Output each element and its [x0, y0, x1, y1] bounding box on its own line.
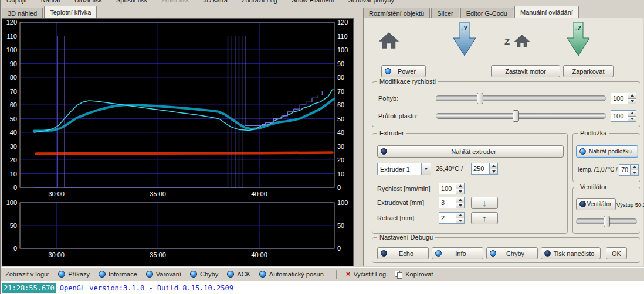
right-tab-bar: Rozmístění objektů Slicer Editor G-Codu …: [363, 6, 580, 18]
slider-track[interactable]: [436, 95, 606, 101]
svg-text:100: 100: [6, 199, 17, 206]
retract-length-value[interactable]: 2: [439, 213, 456, 223]
bed-target-value[interactable]: 70: [619, 165, 630, 175]
menu-item-toggle-log[interactable]: Zobrazit Log: [242, 0, 277, 5]
tab-object-placement[interactable]: Rozmístění objektů: [363, 8, 430, 18]
fan-button[interactable]: Ventilátor: [576, 198, 616, 210]
park-button[interactable]: Zaparkovat: [563, 65, 614, 77]
svg-text:0: 0: [337, 184, 341, 191]
power-led-icon: [385, 68, 391, 74]
toggle-ack[interactable]: ACK: [227, 271, 250, 278]
menu-item-3d-card[interactable]: 3D karta: [203, 0, 228, 5]
bed-target-spinner[interactable]: 70: [619, 164, 639, 176]
heat-bed-button[interactable]: Nahřát podložku: [576, 145, 638, 158]
move-speed-value[interactable]: 100: [611, 93, 628, 104]
svg-text:40:00: 40:00: [251, 190, 267, 197]
fan-output-label: Výstup 50,2%: [616, 201, 644, 208]
spinner-down-icon[interactable]: [456, 218, 464, 224]
flow-rate-spinner[interactable]: 100: [611, 110, 636, 122]
copy-button[interactable]: Kopírovat: [395, 271, 433, 278]
svg-text:100: 100: [6, 46, 17, 53]
extruder-target-value[interactable]: 250: [472, 163, 489, 174]
extrude-length-value[interactable]: 3: [439, 197, 456, 208]
arrow-down-icon: ↓: [482, 199, 487, 207]
menu-item-start-print[interactable]: Spustit tisk: [116, 0, 147, 5]
extruder-group-title: Extruder: [377, 129, 406, 136]
retract-button[interactable]: ↑: [471, 212, 498, 224]
toggle-commands[interactable]: Příkazy: [58, 271, 90, 278]
chevron-down-icon[interactable]: ▼: [421, 163, 431, 175]
menu-item-disconnect[interactable]: Odpojit: [6, 0, 27, 5]
extrude-length-spinner[interactable]: 3: [439, 197, 465, 208]
flow-rate-value[interactable]: 100: [611, 111, 628, 121]
flow-rate-slider[interactable]: [436, 110, 606, 122]
tab-temperature-curve[interactable]: Teplotní křivka: [44, 6, 97, 18]
slider-thumb[interactable]: [477, 93, 483, 104]
fan-speed-slider[interactable]: [576, 216, 637, 227]
move-speed-label: Pohyb:: [378, 95, 398, 102]
spinner-down-icon[interactable]: [631, 170, 638, 176]
svg-text:120: 120: [337, 19, 348, 26]
extruder-current-temp: 26,40°C /: [436, 165, 463, 172]
slider-thumb[interactable]: [513, 110, 519, 122]
heat-extruder-button[interactable]: Nahřát extruder: [377, 145, 564, 158]
spinner-up-icon[interactable]: [456, 183, 464, 189]
move-speed-slider[interactable]: [436, 93, 606, 104]
retract-length-spinner[interactable]: 2: [439, 212, 465, 224]
spinner-up-icon[interactable]: [456, 197, 464, 203]
spinner-up-icon[interactable]: [628, 93, 636, 99]
tab-gcode-editor[interactable]: Editor G-Codu: [460, 8, 513, 18]
y-minus-button[interactable]: -Y: [452, 22, 477, 57]
toggle-errors[interactable]: Chyby: [190, 271, 218, 278]
slider-track[interactable]: [436, 113, 606, 119]
debug-errors-button[interactable]: Chyby: [486, 247, 538, 259]
svg-text:10: 10: [10, 170, 17, 177]
extruder-select[interactable]: Extruder 1 ▼: [377, 163, 431, 175]
spinner-down-icon[interactable]: [456, 189, 464, 194]
spinner-down-icon[interactable]: [490, 169, 497, 175]
svg-text:80: 80: [10, 74, 17, 81]
z-home-button[interactable]: Z: [504, 33, 531, 49]
extruder-target-spinner[interactable]: 250: [471, 163, 498, 175]
home-all-button[interactable]: [378, 31, 402, 51]
dryrun-label: Tisk nanečisto: [551, 250, 597, 257]
extruder-speed-value[interactable]: 100: [439, 183, 456, 194]
spinner-down-icon[interactable]: [628, 117, 636, 122]
menu-item-hide-travel[interactable]: Schovat pohyby: [348, 0, 394, 5]
spinner-up-icon[interactable]: [490, 163, 497, 169]
svg-text:30:00: 30:00: [48, 251, 65, 258]
svg-text:30: 30: [337, 143, 344, 150]
toggle-info[interactable]: Informace: [99, 271, 137, 278]
menu-item-show-filament[interactable]: Show Filament: [292, 0, 334, 5]
toggle-warnings[interactable]: Varování: [146, 271, 181, 278]
svg-text:50: 50: [10, 115, 17, 122]
menu-item-save-job[interactable]: Uložit tisk: [74, 0, 102, 5]
spinner-down-icon[interactable]: [456, 203, 464, 208]
stop-motor-button[interactable]: Zastavit motor: [491, 65, 560, 77]
svg-text:20: 20: [337, 156, 344, 163]
menu-item-load[interactable]: Nahrát: [41, 0, 60, 5]
slider-thumb[interactable]: [604, 216, 610, 227]
debug-info-button[interactable]: Info: [432, 247, 483, 259]
debug-echo-button[interactable]: Echo: [377, 247, 429, 259]
svg-text:40: 40: [337, 129, 344, 136]
clear-log-button[interactable]: × Vyčistit Log: [346, 271, 386, 278]
toggle-autoscroll[interactable]: Automatický posun: [259, 271, 324, 278]
power-button[interactable]: Power: [381, 65, 426, 77]
spinner-up-icon[interactable]: [628, 111, 636, 117]
extrude-button[interactable]: ↓: [471, 197, 498, 209]
debug-ok-button[interactable]: OK: [606, 247, 627, 259]
bed-heat-led-icon: [579, 148, 586, 155]
svg-text:80: 80: [337, 74, 344, 81]
spinner-down-icon[interactable]: [628, 99, 636, 104]
extruder-heat-led-icon: [381, 148, 387, 155]
spinner-up-icon[interactable]: [456, 213, 464, 218]
extruder-speed-spinner[interactable]: 100: [439, 183, 465, 194]
debug-dryrun-button[interactable]: Tisk nanečisto: [541, 247, 601, 259]
tab-3d-preview[interactable]: 3D náhled: [2, 8, 43, 18]
z-minus-button[interactable]: -Z: [565, 22, 591, 57]
tab-manual-control[interactable]: Manuální ovládání: [514, 6, 579, 18]
tab-slicer[interactable]: Slicer: [431, 8, 459, 18]
move-speed-spinner[interactable]: 100: [611, 93, 636, 104]
spinner-up-icon[interactable]: [631, 165, 638, 170]
